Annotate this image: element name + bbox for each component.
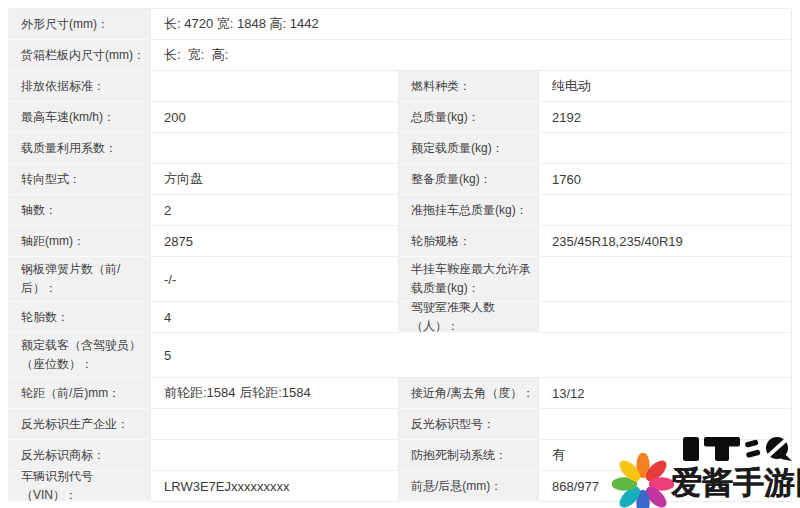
spec-value: 4 <box>151 302 399 333</box>
spec-value: 前轮距:1584 后轮距:1584 <box>151 378 399 409</box>
spec-label: 轴距(mm)： <box>9 226 151 257</box>
spec-label: 反光标识商标： <box>9 440 151 471</box>
spec-value <box>539 302 792 333</box>
spec-value <box>539 133 792 164</box>
spec-value: -/- <box>151 257 399 302</box>
spec-label: 反光标识生产企业： <box>9 409 151 440</box>
spec-label: 钢板弹簧片数（前/后）： <box>9 257 151 302</box>
spec-value: 1760 <box>539 164 792 195</box>
spec-value: 2192 <box>539 102 792 133</box>
spec-label: 防抱死制动系统： <box>399 440 539 471</box>
spec-value: LRW3E7EJxxxxxxxxx <box>151 471 399 502</box>
site-watermark: 爱酱手游网 <box>608 433 800 508</box>
watermark-site-name: 爱酱手游网 <box>671 462 800 504</box>
spec-value <box>539 195 792 226</box>
spec-label: 轮胎规格： <box>399 226 539 257</box>
vehicle-spec-sheet: 外形尺寸(mm)： 长: 4720 宽: 1848 高: 1442 货箱栏板内尺… <box>0 0 800 508</box>
spec-label: 轴数： <box>9 195 151 226</box>
spec-label: 准拖挂车总质量(kg)： <box>399 195 539 226</box>
spec-value: 纯电动 <box>539 71 792 102</box>
spec-label: 半挂车鞍座最大允许承载质量(kg)： <box>399 257 539 302</box>
spec-value <box>539 257 792 302</box>
spec-value <box>151 133 399 164</box>
spec-label: 车辆识别代号（VIN）： <box>9 471 151 502</box>
spec-label: 接近角/离去角（度）： <box>399 378 539 409</box>
spec-value: 200 <box>151 102 399 133</box>
spec-table: 外形尺寸(mm)： 长: 4720 宽: 1848 高: 1442 货箱栏板内尺… <box>8 8 791 502</box>
spec-label: 轮胎数： <box>9 302 151 333</box>
spec-label: 额定载客（含驾驶员）（座位数）： <box>9 333 151 378</box>
spec-value <box>151 440 399 471</box>
spec-label: 总质量(kg)： <box>399 102 539 133</box>
spec-label: 最高车速(km/h)： <box>9 102 151 133</box>
spec-value: 2875 <box>151 226 399 257</box>
spec-value: 2 <box>151 195 399 226</box>
spec-label: 驾驶室准乘人数（人）： <box>399 302 539 333</box>
spec-label: 整备质量(kg)： <box>399 164 539 195</box>
partial-logo-watermark-icon <box>683 437 793 462</box>
pinwheel-flower-icon <box>612 453 674 508</box>
spec-label: 额定载质量(kg)： <box>399 133 539 164</box>
spec-label: 轮距（前/后)mm： <box>9 378 151 409</box>
spec-label: 前悬/后悬(mm)： <box>399 471 539 502</box>
spec-label: 载质量利用系数： <box>9 133 151 164</box>
spec-value <box>151 71 399 102</box>
spec-value: 长: 宽: 高: <box>151 40 792 71</box>
spec-value: 长: 4720 宽: 1848 高: 1442 <box>151 9 792 40</box>
spec-label: 反光标识型号： <box>399 409 539 440</box>
spec-value: 235/45R18,235/40R19 <box>539 226 792 257</box>
spec-label: 转向型式： <box>9 164 151 195</box>
spec-label: 货箱栏板内尺寸(mm)： <box>9 40 151 71</box>
spec-value: 方向盘 <box>151 164 399 195</box>
spec-label: 燃料种类： <box>399 71 539 102</box>
spec-label: 排放依据标准： <box>9 71 151 102</box>
spec-label: 外形尺寸(mm)： <box>9 9 151 40</box>
spec-value: 13/12 <box>539 378 792 409</box>
spec-value: 5 <box>151 333 792 378</box>
spec-value <box>151 409 399 440</box>
